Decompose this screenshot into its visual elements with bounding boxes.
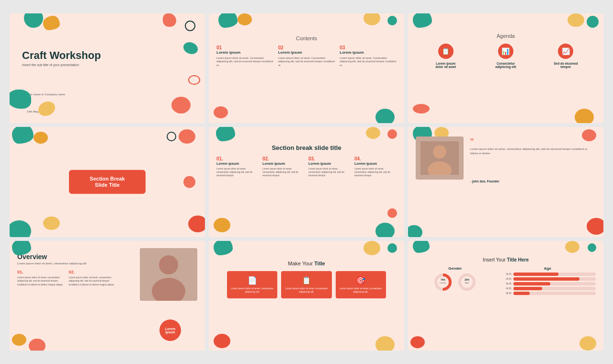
overview-photo (140, 248, 197, 301)
content-col-2: 02 Lorem ipsum Lorem ipsum dolor sit ame… (278, 45, 335, 68)
agenda-item-2: 📊 Consecteturadipiscing elit (480, 44, 531, 68)
card-icon-2: 📋 (285, 276, 328, 285)
section-detail-cols: 01. Lorem ipsum Lorem ipsum dolor sit am… (216, 156, 397, 177)
section-col-2: 02. Lorem ipsum Lorem ipsum dolor sit am… (262, 156, 305, 177)
ov-num-2: 02. (68, 270, 116, 274)
svg-text:Female: Female (440, 282, 447, 284)
section-detail-heading: Section break slide title (216, 144, 397, 151)
agenda-label-3: Sed do eiusmodtempor (541, 62, 591, 68)
gender-title: Gender (416, 266, 495, 271)
slide-8: Make Your Title 📄 Lorem ipsum dolor sit … (209, 241, 404, 351)
gender-col: Gender 75% Female (416, 266, 495, 296)
stitle-3: Lorem ipsum (308, 161, 351, 166)
card-text-1: Lorem ipsum dolor sit amet, consectetur … (231, 287, 273, 294)
ov-num-1: 01. (17, 270, 65, 274)
infographic-data: Gender 75% Female (416, 266, 596, 296)
svg-point-4 (159, 255, 178, 274)
col-title-1: Lorem ipsum (216, 50, 273, 55)
snum-1: 01. (216, 156, 259, 161)
col-title-2: Lorem ipsum (278, 50, 335, 55)
col-title-3: Lorem ipsum (340, 50, 397, 55)
age-col: Age 18-25 26-35 36-45 (499, 266, 596, 296)
section-col-4: 04. Lorem ipsum Lorem ipsum dolor sit am… (354, 156, 397, 177)
snum-4: 04. (354, 156, 397, 161)
snum-2: 02. (262, 156, 305, 161)
age-bar-18-25: 18-25 (499, 273, 596, 276)
card-text-3: Lorem ipsum dolor sit amet, consectetur … (340, 287, 382, 294)
col-text-3: Lorem ipsum dolor sit amet. Consectetur … (340, 57, 397, 68)
col-text-1: Lorem ipsum dolor sit amet. Consectetur … (216, 57, 273, 68)
age-title: Age (499, 266, 596, 271)
agenda-item-1: 📋 Lorem ipsumdolor sit amet (420, 44, 471, 68)
age-bars: 18-25 26-35 36-45 46-55 (499, 273, 596, 295)
overview-title: Overview (17, 253, 116, 261)
col-num-3: 03 (340, 45, 397, 50)
stext-3: Lorem ipsum dolor sit amet, consectetur … (308, 167, 351, 177)
stext-4: Lorem ipsum dolor sit amet, consectetur … (354, 167, 397, 177)
slide-9: Insert Your Title Here Gender 75% Female (408, 241, 603, 351)
quote-text: Lorem ipsum dolor sit amet, consectetur … (470, 147, 596, 156)
card-icon-3: 🎯 (340, 276, 382, 285)
stitle-4: Lorem ipsum (354, 161, 397, 166)
make-card-1: 📄 Lorem ipsum dolor sit amet, consectetu… (227, 271, 277, 298)
age-bar-56-65: 56-65 (499, 292, 596, 295)
testimonial-photo (416, 136, 464, 180)
slide-title: Craft Workshop (22, 50, 197, 61)
female-donut: 75% Female (433, 273, 453, 294)
age-bar-46-55: 46-55 (499, 287, 596, 290)
card-icon-1: 📄 (231, 276, 273, 285)
section-col-1: 01. Lorem ipsum Lorem ipsum dolor sit am… (216, 156, 259, 177)
female-donut-svg: 75% Female (433, 273, 453, 292)
col-num-1: 01 (216, 45, 273, 50)
male-donut-svg: 25% Male (457, 273, 477, 292)
overview-subtitle: Lorem ipsum dolor sit amet, consectetur … (17, 262, 116, 265)
age-bar-36-45: 36-45 (499, 282, 596, 285)
agenda-items: 📋 Lorem ipsumdolor sit amet 📊 Consectetu… (416, 44, 596, 68)
donuts: 75% Female 25% Male (416, 273, 495, 294)
agenda-label-1: Lorem ipsumdolor sit amet (420, 62, 471, 68)
stext-2: Lorem ipsum dolor sit amet, consectetur … (262, 167, 305, 177)
quote-author: - john doe, Founder (470, 180, 499, 183)
agenda-item-3: 📈 Sed do eiusmodtempor (541, 44, 591, 68)
slide-subtitle: Insert the sub title of your presentatio… (22, 63, 197, 67)
slide-2: Contents 01 Lorem ipsum Lorem ipsum dolo… (209, 13, 404, 124)
svg-point-1 (433, 145, 446, 159)
svg-text:25%: 25% (465, 278, 470, 281)
male-donut: 25% Male (457, 273, 477, 294)
lorem-badge: Loremipsum (159, 319, 181, 341)
slide-5: Section break slide title 01. Lorem ipsu… (209, 127, 404, 237)
slide-4: Section BreakSlide Title (10, 127, 205, 237)
section-break-box: Section BreakSlide Title (69, 170, 146, 194)
slide-date: 14th May, 20XX (22, 110, 197, 113)
stitle-1: Lorem ipsum (216, 161, 259, 166)
stext-1: Lorem ipsum dolor sit amet, consectetur … (216, 167, 259, 177)
slide-grid: Craft Workshop Insert the sub title of y… (10, 13, 603, 351)
agenda-icon-2: 📊 (498, 44, 513, 59)
make-card-2: 📋 Lorem ipsum dolor sit amet, consectetu… (281, 271, 331, 298)
snum-3: 03. (308, 156, 351, 161)
col-num-2: 02 (278, 45, 335, 50)
make-card-3: 🎯 Lorem ipsum dolor sit amet, consectetu… (336, 271, 386, 298)
overview-col-1: 01. Lorem ipsum dolor sit amet, consecte… (17, 270, 65, 287)
agenda-label-2: Consecteturadipiscing elit (480, 62, 531, 68)
slide-1: Craft Workshop Insert the sub title of y… (10, 13, 205, 124)
make-title-cards: 📄 Lorem ipsum dolor sit amet, consectetu… (216, 271, 397, 298)
section-col-3: 03. Lorem ipsum Lorem ipsum dolor sit am… (308, 156, 351, 177)
overview-cols: 01. Lorem ipsum dolor sit amet, consecte… (17, 270, 116, 287)
infographic-heading: Insert Your Title Here (416, 257, 596, 262)
slide-3: Agenda 📋 Lorem ipsumdolor sit amet 📊 Con… (408, 13, 603, 124)
card-text-2: Lorem ipsum dolor sit amet, consectetur … (285, 287, 328, 294)
age-bar-26-35: 26-35 (499, 277, 596, 281)
overview-col-2: 02. Lorem ipsum dolor sit amet, consecte… (68, 270, 116, 287)
contents-cols: 01 Lorem ipsum Lorem ipsum dolor sit ame… (216, 45, 397, 68)
quote-mark-icon: " (470, 136, 474, 148)
make-title-heading: Make Your Title (216, 261, 397, 266)
content-col-3: 03 Lorem ipsum Lorem ipsum dolor sit ame… (340, 45, 397, 68)
contents-heading: Contents (216, 35, 397, 41)
slide-7: Overview Lorem ipsum dolor sit amet, con… (10, 241, 205, 351)
content-col-1: 01 Lorem ipsum Lorem ipsum dolor sit ame… (216, 45, 273, 68)
stitle-2: Lorem ipsum (262, 161, 305, 166)
agenda-icon-1: 📋 (438, 44, 454, 59)
slide-6: " Lorem ipsum dolor sit amet, consectetu… (408, 127, 603, 237)
agenda-heading: Agenda (416, 33, 596, 39)
